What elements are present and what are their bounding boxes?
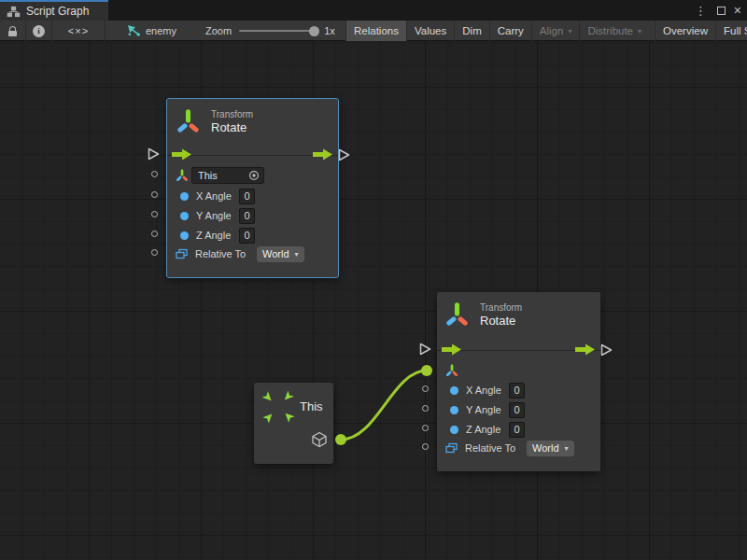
gameobject-cube-icon — [311, 431, 328, 449]
window-controls: ⋮ × — [693, 0, 741, 21]
flow-input-arrow-icon — [442, 343, 462, 356]
x-angle-port[interactable] — [422, 385, 429, 392]
zoom-slider-handle[interactable] — [309, 26, 319, 36]
z-angle-row: Z Angle 0 — [437, 421, 600, 438]
distribute-button[interactable]: Distribute▾ — [579, 21, 649, 41]
value-port-dot — [450, 426, 458, 434]
transform-icon — [177, 106, 199, 137]
self-icon: ➤ ➤ ➤ ➤ — [262, 391, 294, 423]
node-category: Transform — [211, 109, 253, 120]
target-object-value: This — [198, 170, 218, 181]
value-port-dot — [450, 386, 458, 395]
toolbar-separator — [105, 21, 106, 41]
graph-toolbar: i <×> enemy Zoom 1x Relations Values — [0, 21, 747, 41]
zoom-value: 1x — [324, 25, 335, 36]
x-angle-row: X Angle 0 — [167, 188, 338, 204]
values-button[interactable]: Values — [406, 21, 454, 41]
x-angle-port[interactable] — [151, 191, 158, 198]
z-angle-port[interactable] — [422, 425, 429, 431]
y-angle-row: Y Angle 0 — [437, 401, 600, 418]
close-icon[interactable]: × — [734, 4, 741, 17]
enum-icon — [445, 442, 458, 454]
target-input-port-connected[interactable] — [421, 365, 432, 376]
this-node[interactable]: ➤ ➤ ➤ ➤ This — [254, 383, 333, 464]
port-label: X Angle — [196, 190, 239, 202]
object-picker-icon[interactable] — [248, 170, 260, 181]
toolbar-buttons: Relations Values Dim Carry Align▾ Distri… — [345, 21, 747, 41]
target-object-field[interactable]: This — [191, 167, 264, 184]
code-view-button[interactable]: <×> — [52, 21, 105, 41]
relative-to-port[interactable] — [151, 249, 158, 256]
lock-button[interactable] — [0, 21, 25, 41]
target-port-row: This — [167, 167, 338, 184]
align-button[interactable]: Align▾ — [531, 21, 580, 41]
lock-icon — [9, 26, 16, 31]
chevron-down-icon: ▾ — [565, 444, 569, 453]
overview-button[interactable]: Overview — [655, 21, 715, 41]
port-label: Relative To — [195, 248, 257, 259]
graph-canvas[interactable]: Transform Rotate This — [0, 41, 747, 560]
info-button[interactable]: i — [26, 21, 51, 41]
node-category: Transform — [480, 302, 522, 314]
relative-to-port[interactable] — [422, 443, 429, 450]
connection-layer — [0, 41, 747, 560]
transform-icon — [446, 300, 468, 330]
this-node-label: This — [300, 399, 323, 413]
value-port-dot — [180, 231, 189, 240]
z-angle-input[interactable]: 0 — [239, 228, 255, 244]
chevron-down-icon: ▾ — [638, 27, 641, 35]
flow-input-port[interactable] — [148, 147, 160, 161]
value-port-dot — [180, 192, 189, 201]
kebab-menu-icon[interactable]: ⋮ — [693, 5, 709, 17]
y-angle-port[interactable] — [422, 405, 429, 412]
graph-name: enemy — [146, 25, 176, 36]
tab-label: Script Graph — [26, 5, 89, 18]
maximize-icon[interactable] — [717, 7, 726, 15]
rotate-node-bottom[interactable]: Transform Rotate X Angle 0 — [437, 292, 600, 471]
carry-button[interactable]: Carry — [489, 21, 531, 41]
flow-output-port[interactable] — [338, 148, 350, 161]
y-angle-input[interactable]: 0 — [239, 208, 255, 224]
rotate-node-top[interactable]: Transform Rotate This — [167, 99, 338, 277]
z-angle-input[interactable]: 0 — [509, 422, 525, 438]
relations-button[interactable]: Relations — [345, 21, 406, 41]
code-brackets-icon: <×> — [68, 25, 89, 36]
full-screen-button[interactable]: Full Screen — [715, 21, 747, 41]
transform-mini-icon — [445, 364, 458, 377]
flow-output-arrow-icon — [313, 148, 333, 161]
tab-script-graph[interactable]: Script Graph — [0, 0, 108, 21]
zoom-slider[interactable] — [239, 30, 317, 32]
port-label: Y Angle — [466, 404, 509, 415]
value-port-dot — [450, 406, 458, 414]
x-angle-input[interactable]: 0 — [509, 383, 525, 399]
port-label: X Angle — [466, 385, 509, 396]
relative-to-row: Relative To World ▾ — [167, 245, 338, 262]
port-label: Y Angle — [196, 210, 239, 221]
graph-hierarchy-icon — [7, 6, 21, 18]
flow-output-arrow-icon — [575, 343, 596, 356]
flow-input-port[interactable] — [419, 343, 431, 356]
relative-to-dropdown[interactable]: World ▾ — [257, 246, 304, 262]
zoom-label: Zoom — [205, 25, 232, 36]
connection-wire[interactable] — [341, 371, 427, 440]
z-angle-port[interactable] — [151, 231, 158, 237]
zoom-control: Zoom 1x — [205, 21, 335, 41]
y-angle-row: Y Angle 0 — [167, 207, 338, 224]
enum-icon — [176, 248, 188, 259]
transform-mini-icon — [176, 169, 189, 182]
target-input-port[interactable] — [151, 171, 158, 177]
x-angle-input[interactable]: 0 — [239, 189, 255, 204]
y-angle-input[interactable]: 0 — [509, 402, 525, 418]
relative-to-dropdown[interactable]: World ▾ — [527, 441, 574, 456]
flow-output-port[interactable] — [600, 343, 613, 357]
graph-reference[interactable]: enemy — [127, 21, 176, 41]
this-output-port[interactable] — [335, 434, 346, 445]
chevron-down-icon: ▾ — [568, 27, 571, 35]
y-angle-port[interactable] — [151, 211, 158, 217]
info-icon: i — [33, 25, 45, 37]
relative-to-row: Relative To World ▾ — [437, 440, 600, 456]
node-title: Rotate — [211, 120, 253, 135]
node-title: Rotate — [480, 314, 522, 329]
target-port-row — [437, 362, 600, 379]
dim-button[interactable]: Dim — [454, 21, 488, 41]
